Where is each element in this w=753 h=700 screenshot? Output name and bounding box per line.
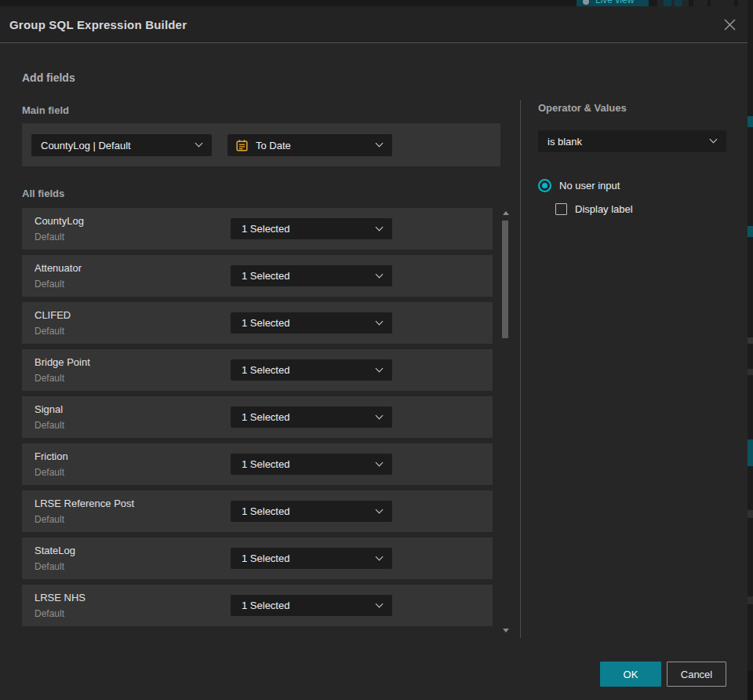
field-row: Bridge Point Default 1 Selected — [22, 349, 493, 391]
field-name: Friction — [35, 450, 68, 462]
field-subtitle: Default — [35, 561, 64, 572]
field-selected-dropdown[interactable]: 1 Selected — [231, 312, 392, 334]
no-user-input-label: No user input — [559, 180, 620, 191]
field-name: CLIFED — [35, 309, 71, 321]
operator-values-heading: Operator & Values — [538, 102, 627, 114]
field-subtitle: Default — [35, 279, 64, 290]
field-subtitle: Default — [35, 420, 64, 431]
field-row: LRSE NHS Default 1 Selected — [22, 585, 493, 626]
operator-dropdown[interactable]: is blank — [538, 130, 726, 152]
scrollbar-down-icon[interactable] — [503, 629, 509, 633]
ok-button[interactable]: OK — [600, 662, 661, 687]
radio-selected-icon — [538, 179, 551, 192]
chevron-down-icon — [376, 411, 384, 419]
toolbar-fragment — [657, 0, 689, 6]
group-sql-expression-builder-dialog: Group SQL Expression Builder Add fields … — [0, 6, 748, 700]
checkbox-unchecked-icon — [555, 203, 567, 215]
field-name: Bridge Point — [35, 356, 90, 368]
field-selected-value: 1 Selected — [242, 270, 289, 282]
scrollbar-up-icon[interactable] — [503, 211, 509, 215]
main-field-container: CountyLog | Default To Date — [22, 123, 500, 166]
field-name: LRSE NHS — [35, 592, 85, 603]
field-selected-dropdown[interactable]: 1 Selected — [231, 218, 392, 239]
chevron-down-icon — [376, 600, 384, 607]
field-subtitle: Default — [35, 232, 64, 242]
close-icon[interactable] — [722, 17, 737, 32]
backdrop-toolbar: Live view — [0, 0, 753, 6]
field-selected-value: 1 Selected — [242, 223, 289, 235]
toolbar-fragment — [693, 0, 708, 6]
field-selected-value: 1 Selected — [242, 364, 289, 376]
live-view-dot-icon — [583, 0, 589, 5]
main-field-source-dropdown[interactable]: CountyLog | Default — [31, 134, 212, 156]
field-selected-value: 1 Selected — [242, 505, 289, 517]
backdrop-side-panel — [748, 0, 753, 700]
toolbar-fragment — [711, 0, 734, 6]
field-selected-value: 1 Selected — [242, 411, 289, 423]
field-row: CountyLog Default 1 Selected — [22, 208, 493, 250]
all-fields-heading: All fields — [22, 188, 64, 199]
field-subtitle: Default — [35, 373, 64, 384]
chevron-down-icon — [376, 140, 384, 148]
toolbar-fragment — [664, 0, 671, 6]
display-label-label: Display label — [575, 203, 633, 215]
field-row: Friction Default 1 Selected — [22, 443, 493, 485]
dialog-title: Group SQL Expression Builder — [9, 6, 187, 43]
field-name: Attenuator — [35, 262, 82, 274]
main-field-date-dropdown[interactable]: To Date — [227, 134, 392, 156]
toolbar-fragment — [738, 0, 748, 6]
calendar-icon — [235, 139, 249, 152]
field-subtitle: Default — [35, 608, 64, 619]
field-subtitle: Default — [35, 326, 64, 337]
cancel-button[interactable]: Cancel — [667, 662, 726, 687]
field-row: StateLog Default 1 Selected — [22, 538, 493, 579]
field-selected-dropdown[interactable]: 1 Selected — [231, 454, 392, 475]
chevron-down-icon — [710, 136, 718, 144]
all-fields-list: CountyLog Default 1 Selected Attenuator … — [22, 208, 493, 632]
chevron-down-icon — [376, 364, 384, 372]
fields-list-scrollbar[interactable] — [501, 206, 509, 636]
main-field-heading: Main field — [22, 104, 69, 116]
live-view-label: Live view — [595, 0, 634, 5]
main-field-date-value: To Date — [256, 140, 291, 151]
field-selected-value: 1 Selected — [242, 317, 289, 329]
field-subtitle: Default — [35, 514, 64, 525]
operator-value: is blank — [547, 136, 582, 148]
field-row: Signal Default 1 Selected — [22, 396, 493, 438]
field-name: LRSE Reference Post — [35, 498, 134, 509]
chevron-down-icon — [376, 317, 384, 325]
toolbar-fragment — [675, 0, 682, 6]
field-selected-value: 1 Selected — [242, 552, 289, 564]
chevron-down-icon — [376, 505, 384, 513]
field-selected-dropdown[interactable]: 1 Selected — [231, 548, 392, 569]
field-selected-dropdown[interactable]: 1 Selected — [231, 501, 392, 522]
field-selected-dropdown[interactable]: 1 Selected — [231, 407, 392, 428]
field-row: LRSE Reference Post Default 1 Selected — [22, 490, 493, 532]
chevron-down-icon — [376, 458, 384, 466]
add-fields-heading: Add fields — [22, 71, 75, 84]
chevron-down-icon — [376, 552, 384, 560]
field-row: CLIFED Default 1 Selected — [22, 302, 493, 344]
field-subtitle: Default — [35, 467, 64, 478]
screen: Live view Group SQL Expression Builder — [0, 0, 753, 700]
field-selected-dropdown[interactable]: 1 Selected — [231, 595, 392, 616]
field-name: CountyLog — [35, 215, 84, 227]
chevron-down-icon — [195, 140, 203, 148]
scrollbar-thumb[interactable] — [502, 221, 508, 338]
dialog-header: Group SQL Expression Builder — [0, 6, 748, 43]
field-name: Signal — [35, 403, 63, 415]
field-selected-value: 1 Selected — [242, 458, 289, 470]
no-user-input-radio[interactable]: No user input — [538, 179, 620, 192]
chevron-down-icon — [376, 223, 384, 231]
field-selected-value: 1 Selected — [242, 600, 289, 611]
field-name: StateLog — [35, 545, 75, 556]
field-selected-dropdown[interactable]: 1 Selected — [231, 265, 392, 286]
field-selected-dropdown[interactable]: 1 Selected — [231, 359, 392, 381]
display-label-checkbox[interactable]: Display label — [555, 203, 633, 215]
live-view-button[interactable]: Live view — [577, 0, 649, 6]
field-row: Attenuator Default 1 Selected — [22, 255, 493, 297]
chevron-down-icon — [376, 270, 384, 278]
panel-divider — [520, 100, 521, 638]
main-field-source-value: CountyLog | Default — [41, 140, 131, 151]
